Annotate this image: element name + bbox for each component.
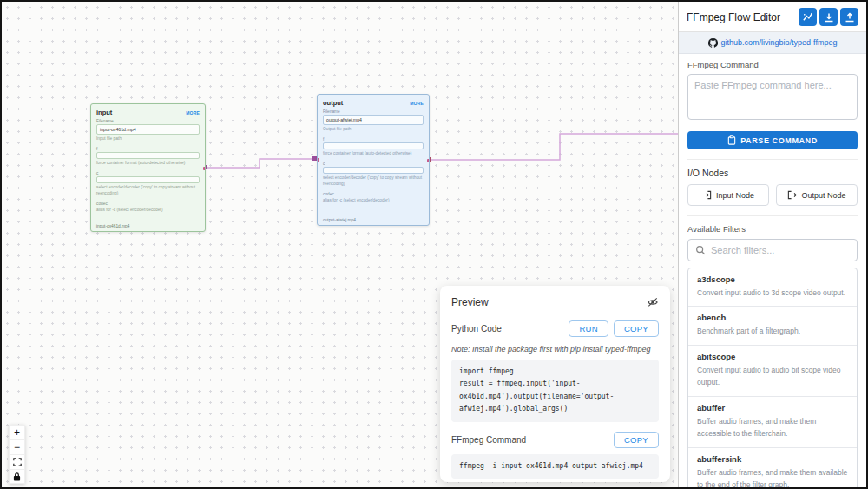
filter-description: Buffer audio frames, and make them avail… bbox=[697, 466, 848, 487]
param-field[interactable] bbox=[96, 152, 200, 159]
output-node-label: Output Node bbox=[801, 191, 845, 200]
filter-description: Buffer audio frames, and make them acces… bbox=[697, 415, 848, 440]
add-input-node-button[interactable]: Input Node bbox=[687, 184, 769, 206]
edge-output-to-offscreen[interactable] bbox=[431, 134, 678, 160]
filter-description: Convert input audio to audio bit scope v… bbox=[697, 364, 848, 389]
filename-help: Input file path bbox=[96, 136, 200, 142]
io-nodes-label: I/O Nodes bbox=[687, 168, 858, 178]
zoom-in-button[interactable]: + bbox=[9, 425, 25, 439]
filter-item-abench[interactable]: abench Benchmark part of a filtergraph. bbox=[688, 307, 857, 345]
input-node-label: Input Node bbox=[716, 191, 754, 200]
filter-list: a3dscope Convert input audio to 3d scope… bbox=[687, 268, 858, 487]
edge-input-to-output[interactable] bbox=[206, 159, 315, 168]
clipboard-icon bbox=[727, 135, 736, 145]
node-more-button[interactable]: MORE bbox=[186, 110, 200, 116]
fit-view-icon bbox=[13, 458, 22, 466]
param-help: force container format (auto-detected ot… bbox=[96, 161, 200, 167]
copy-python-button[interactable]: COPY bbox=[614, 320, 659, 337]
filter-item-abuffersink[interactable]: abuffersink Buffer audio frames, and mak… bbox=[688, 448, 857, 487]
param-field[interactable] bbox=[323, 167, 424, 174]
filter-search-box bbox=[687, 239, 858, 261]
github-repo-link[interactable]: github.com/livingbio/typed-ffmpeg bbox=[721, 38, 838, 47]
add-output-node-button[interactable]: Output Node bbox=[776, 184, 858, 206]
param-help: alias for -c (select encoder/decoder) bbox=[323, 198, 424, 204]
output-handle-label: output-afwiej.mp4 bbox=[323, 218, 356, 222]
preview-panel: Preview Python Code RUN COPY Note: Insta… bbox=[440, 286, 670, 482]
param-help: select encoder/decoder ('copy' to copy s… bbox=[323, 175, 424, 188]
node-title: output bbox=[323, 99, 343, 107]
param-label: codec bbox=[96, 202, 200, 206]
target-handle[interactable] bbox=[317, 158, 319, 162]
github-bar: github.com/livingbio/typed-ffmpeg bbox=[679, 32, 866, 54]
ffmpeg-flow-editor-app: input MORE Filename input-ox461d.mp4 Inp… bbox=[0, 0, 868, 489]
filename-field[interactable]: input-ox461d.mp4 bbox=[96, 124, 200, 135]
filename-help: Output file path bbox=[323, 127, 424, 133]
node-title: input bbox=[96, 109, 112, 116]
param-label: f bbox=[323, 137, 424, 142]
filter-item-abuffer[interactable]: abuffer Buffer audio frames, and make th… bbox=[688, 397, 857, 448]
param-help: alias for -c (select encoder/decoder) bbox=[96, 208, 200, 214]
filter-description: Convert input audio to 3d scope video ou… bbox=[697, 287, 848, 299]
install-note: Note: Install the package first with pip… bbox=[451, 345, 659, 354]
ffmpeg-command-label: FFmpeg Command bbox=[451, 435, 526, 445]
copy-command-button[interactable]: COPY bbox=[614, 432, 659, 448]
zoom-out-button[interactable]: − bbox=[9, 439, 25, 454]
param-label: c bbox=[323, 162, 424, 166]
param-label: codec bbox=[323, 192, 424, 196]
search-icon bbox=[695, 245, 706, 255]
param-help: force container format (auto-detected ot… bbox=[323, 151, 424, 157]
github-icon bbox=[708, 38, 718, 48]
source-handle[interactable] bbox=[427, 159, 430, 162]
filename-label: Filename bbox=[323, 109, 424, 114]
preview-title: Preview bbox=[451, 296, 489, 308]
filter-item-a3dscope[interactable]: a3dscope Convert input audio to 3d scope… bbox=[688, 268, 857, 307]
param-label: c bbox=[96, 171, 200, 175]
upload-button[interactable] bbox=[840, 8, 858, 26]
hide-preview-icon[interactable] bbox=[647, 297, 659, 307]
app-title: FFmpeg Flow Editor bbox=[687, 11, 780, 23]
param-help: select encoder/decoder ('copy' to copy s… bbox=[96, 185, 200, 197]
filter-name: abench bbox=[697, 313, 848, 322]
param-label: f bbox=[96, 147, 200, 151]
source-handle[interactable] bbox=[203, 167, 206, 170]
param-field[interactable] bbox=[96, 176, 200, 183]
command-input[interactable] bbox=[687, 74, 858, 120]
parse-command-button[interactable]: PARSE COMMAND bbox=[687, 131, 858, 149]
auto-layout-button[interactable] bbox=[799, 8, 817, 26]
insights-icon bbox=[802, 11, 813, 23]
run-button[interactable]: RUN bbox=[569, 320, 608, 337]
python-code-label: Python Code bbox=[451, 324, 502, 334]
filter-name: abuffersink bbox=[697, 454, 848, 464]
filename-field[interactable]: output-afwiej.mp4 bbox=[323, 115, 424, 125]
python-code-block[interactable]: import ffmpeg result = ffmpeg.input('inp… bbox=[451, 360, 659, 422]
sidebar: FFmpeg Flow Editor bbox=[678, 2, 866, 487]
node-more-button[interactable]: MORE bbox=[410, 101, 424, 106]
flow-node-output[interactable]: output MORE Filename output-afwiej.mp4 O… bbox=[317, 94, 430, 226]
filter-name: a3dscope bbox=[697, 274, 848, 284]
param-field[interactable] bbox=[323, 142, 424, 149]
fit-view-button[interactable] bbox=[9, 454, 25, 469]
ffmpeg-command-block[interactable]: ffmpeg -i input-ox461d.mp4 output-afwiej… bbox=[451, 454, 659, 479]
parse-command-label: PARSE COMMAND bbox=[740, 136, 818, 145]
filter-name: abuffer bbox=[697, 403, 848, 413]
filter-description: Benchmark part of a filtergraph. bbox=[697, 325, 848, 337]
lock-button[interactable] bbox=[9, 469, 25, 484]
canvas-controls: + − bbox=[9, 425, 25, 484]
output-handle-label: input-ox461d.mp4 bbox=[96, 224, 129, 228]
input-node-icon bbox=[702, 190, 712, 200]
download-button[interactable] bbox=[819, 8, 838, 26]
command-label: FFmpeg Command bbox=[687, 60, 858, 69]
output-node-icon bbox=[787, 190, 797, 200]
lock-icon bbox=[13, 472, 21, 481]
flow-node-input[interactable]: input MORE Filename input-ox461d.mp4 Inp… bbox=[90, 103, 206, 232]
download-icon bbox=[824, 12, 834, 23]
filter-name: abitscope bbox=[697, 352, 848, 361]
filename-label: Filename bbox=[96, 119, 200, 123]
available-filters-label: Available Filters bbox=[687, 224, 858, 234]
filter-item-abitscope[interactable]: abitscope Convert input audio to audio b… bbox=[688, 346, 857, 397]
filter-search-input[interactable] bbox=[711, 245, 850, 255]
upload-icon bbox=[845, 12, 855, 23]
